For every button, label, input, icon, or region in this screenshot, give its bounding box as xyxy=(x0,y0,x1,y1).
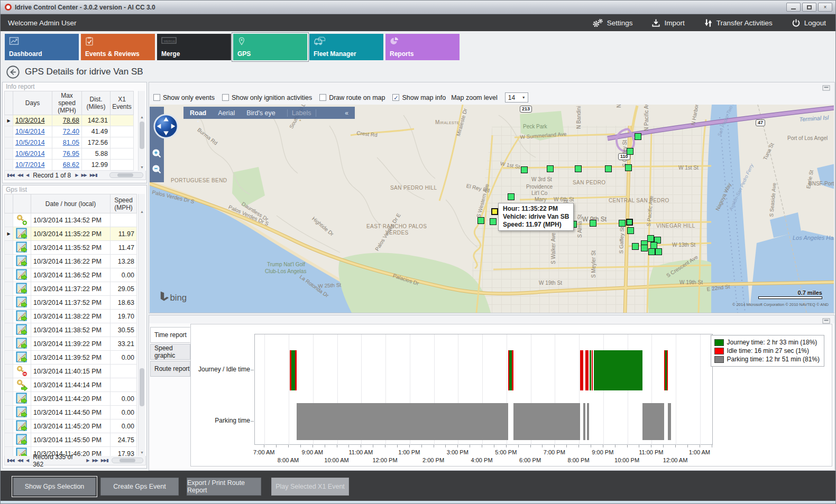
map-option-checkbox[interactable]: Show only ignition activities xyxy=(222,94,312,101)
info-report-row[interactable]: 10/7/2014 68.62 12.99 xyxy=(5,160,134,171)
footer-button[interactable]: Show Gps Selection xyxy=(13,478,96,496)
gps-marker[interactable] xyxy=(477,217,484,224)
back-button[interactable] xyxy=(6,65,20,79)
footer-button[interactable]: Export / Print Route Report xyxy=(187,478,261,496)
max-speed-link[interactable]: 76.95 xyxy=(63,150,79,157)
checkbox-box[interactable] xyxy=(153,94,160,101)
max-speed-link[interactable]: 68.62 xyxy=(63,161,79,169)
gps-marker[interactable] xyxy=(491,208,498,215)
nav-tile[interactable]: GPS xyxy=(233,34,307,60)
gps-list-row[interactable]: 10/3/2014 11:45:20 PM 0.00 xyxy=(5,419,137,433)
footer-button[interactable]: Play Selected X1 Event xyxy=(271,478,349,496)
day-link[interactable]: 10/6/2014 xyxy=(15,150,45,157)
max-speed-link[interactable]: 72.40 xyxy=(63,128,79,135)
map-style-tab[interactable]: Bird's eye xyxy=(246,109,275,117)
gps-marker[interactable] xyxy=(508,193,515,200)
col-dist[interactable]: Dist. (Miles) xyxy=(82,91,111,115)
gps-marker[interactable] xyxy=(641,245,648,251)
max-speed-link[interactable]: 78.68 xyxy=(63,117,79,124)
map-style-tab[interactable]: Aerial xyxy=(218,109,235,117)
checkbox-box[interactable] xyxy=(392,94,399,101)
maximize-button[interactable] xyxy=(802,3,816,12)
map-zoom-select[interactable]: 14 ▼ xyxy=(505,92,528,102)
gps-list-row[interactable]: 10/3/2014 11:45:50 PM 24.75 xyxy=(5,433,137,447)
collapse-chart-panel-button[interactable] xyxy=(822,316,830,322)
gps-list-row[interactable]: 10/3/2014 11:39:22 PM 33.21 xyxy=(5,337,137,351)
max-speed-link[interactable]: 81.05 xyxy=(63,139,79,146)
day-link[interactable]: 10/5/2014 xyxy=(15,139,45,146)
gps-list-row[interactable]: 10/3/2014 11:40:15 PM xyxy=(5,365,137,378)
day-link[interactable]: 10/3/2014 xyxy=(15,117,45,124)
top-action-button[interactable]: Logout xyxy=(792,18,826,27)
gps-marker[interactable] xyxy=(655,248,662,255)
map-option-checkbox[interactable]: Show only events xyxy=(153,94,215,101)
map-style-tab[interactable]: Labels xyxy=(287,109,316,117)
map-style-tab[interactable]: Road xyxy=(190,109,206,117)
gps-marker[interactable] xyxy=(605,165,612,172)
info-report-row[interactable]: 10/5/2014 81.05 172.56 xyxy=(5,137,134,148)
day-link[interactable]: 10/7/2014 xyxy=(15,161,45,169)
gps-marker[interactable] xyxy=(521,166,528,173)
info-report-scrollbar[interactable]: ▲▼ xyxy=(138,91,145,171)
top-action-button[interactable]: Settings xyxy=(592,18,633,28)
chart-tab[interactable]: Time report xyxy=(150,327,190,343)
nav-tile[interactable]: Reports xyxy=(385,34,460,60)
gps-list-row[interactable]: ▶ 10/3/2014 11:35:22 PM 11.97 xyxy=(5,227,137,241)
gps-list-row[interactable]: 10/3/2014 11:39:52 PM 0.00 xyxy=(5,351,137,365)
top-action-button[interactable]: Transfer Activities xyxy=(704,18,773,27)
col-max-speed[interactable]: Max speed (MPH) xyxy=(52,91,82,115)
gps-marker[interactable] xyxy=(648,248,655,255)
map-option-checkbox[interactable]: Show map info xyxy=(392,94,446,101)
day-link[interactable]: 10/4/2014 xyxy=(15,128,45,135)
gps-list-pager[interactable]: ▮◀◀◀◀◀ Record 335 of 362 ▶▶▶▶▶▮ xyxy=(4,456,146,465)
footer-button[interactable]: Create Gps Event xyxy=(100,478,179,496)
map-option-checkbox[interactable]: Draw route on map xyxy=(319,94,385,101)
gps-marker[interactable] xyxy=(647,235,654,242)
col-x1-events[interactable]: X1 Events xyxy=(111,91,134,115)
checkbox-box[interactable] xyxy=(319,94,326,101)
gps-marker[interactable] xyxy=(626,219,633,226)
top-action-button[interactable]: Import xyxy=(651,18,684,27)
gps-marker[interactable] xyxy=(575,165,582,172)
gps-list-hscrollbar[interactable] xyxy=(112,458,143,463)
info-report-row[interactable]: 10/4/2014 72.40 41.49 xyxy=(5,126,134,137)
gps-marker[interactable] xyxy=(490,218,497,225)
gps-list-row[interactable]: 10/3/2014 11:44:20 PM 0.00 xyxy=(5,392,137,406)
info-report-pager[interactable]: ▮◀◀◀◀◀ Record 1 of 8 ▶▶▶▶▶▮ xyxy=(4,171,146,180)
info-report-hscrollbar[interactable] xyxy=(109,172,143,178)
gps-marker[interactable] xyxy=(635,133,641,140)
gps-marker[interactable] xyxy=(632,243,639,250)
gps-list-row[interactable]: 10/3/2014 11:44:14 PM xyxy=(5,378,137,392)
checkbox-box[interactable] xyxy=(222,94,229,101)
map-canvas[interactable]: Burma RdSouthfield DrCrest RdMiralesteMi… xyxy=(150,105,834,313)
gps-marker[interactable] xyxy=(625,164,632,171)
chart-tab[interactable]: Speed graphic xyxy=(150,344,190,360)
gps-list-row[interactable]: 10/3/2014 11:34:52 PM xyxy=(5,213,137,227)
chart-tab[interactable]: Route report xyxy=(150,361,190,377)
col-speed[interactable]: Speed (MPH) xyxy=(111,194,137,213)
zoom-out-button[interactable] xyxy=(151,164,162,175)
info-report-row[interactable]: ▶ 10/3/2014 78.68 142.31 xyxy=(5,115,134,126)
gps-list-row[interactable]: 10/3/2014 11:44:50 PM 0.00 xyxy=(5,406,137,419)
gps-marker[interactable] xyxy=(619,220,626,227)
close-button[interactable]: × xyxy=(818,3,832,12)
nav-tile[interactable]: Events & Reviews xyxy=(81,34,155,60)
zoom-in-button[interactable] xyxy=(151,148,162,159)
gps-marker[interactable] xyxy=(627,148,633,155)
gps-list-row[interactable]: 10/3/2014 11:38:22 PM 19.70 xyxy=(5,310,137,323)
collapse-map-panel-button[interactable] xyxy=(822,83,830,89)
gps-marker[interactable] xyxy=(547,165,554,172)
nav-tile[interactable]: Fleet Manager xyxy=(309,34,383,60)
compass-control[interactable] xyxy=(153,113,179,142)
gps-list-row[interactable]: 10/3/2014 11:38:52 PM 30.55 xyxy=(5,323,137,337)
nav-tile[interactable]: Dashboard xyxy=(5,34,79,60)
info-report-row[interactable]: 10/6/2014 76.95 5.88 xyxy=(5,148,134,160)
col-datetime[interactable]: Date / hour (local) xyxy=(31,194,111,213)
minimize-button[interactable] xyxy=(786,3,801,12)
gps-list-row[interactable]: 10/3/2014 11:36:52 PM 0.00 xyxy=(5,268,137,282)
gps-list-row[interactable]: 10/3/2014 11:37:52 PM 18.63 xyxy=(5,296,137,310)
gps-marker[interactable] xyxy=(590,220,596,227)
col-days[interactable]: Days xyxy=(13,91,52,115)
gps-list-scrollbar[interactable]: ▲▼ xyxy=(138,194,145,456)
gps-list-row[interactable]: 10/3/2014 11:36:22 PM 13.28 xyxy=(5,255,137,268)
